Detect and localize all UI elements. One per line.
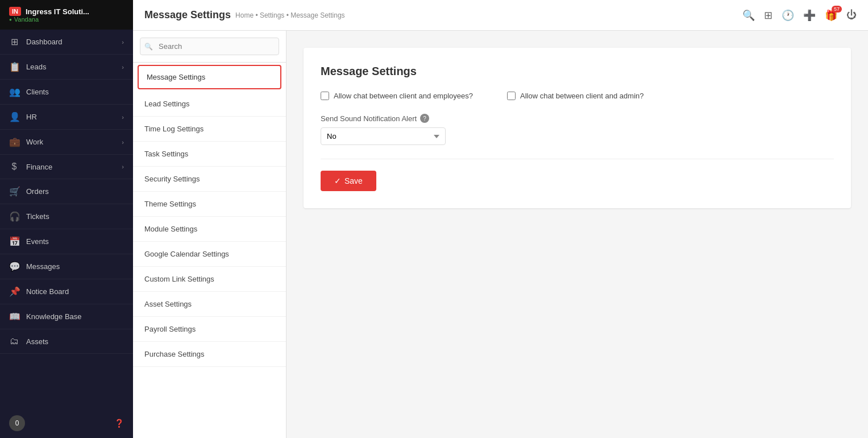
chevron-right-icon: › [122, 163, 124, 170]
sidebar-item-work[interactable]: 💼 Work › [0, 130, 133, 155]
settings-menu-purchase-settings[interactable]: Purchase Settings [133, 342, 286, 367]
sidebar-item-clients[interactable]: 👥 Clients [0, 80, 133, 105]
plus-icon[interactable]: ➕ [803, 9, 816, 22]
header: Message Settings Home • Settings • Messa… [133, 0, 868, 31]
sidebar-item-label-work: Work [26, 138, 43, 146]
sidebar-item-left: ⊞ Dashboard [9, 36, 63, 47]
settings-menu-message-settings[interactable]: Message Settings [138, 65, 281, 89]
checkbox-row: Allow chat between client and employees?… [321, 92, 834, 100]
settings-menu-payroll-settings[interactable]: Payroll Settings [133, 317, 286, 342]
sidebar-item-label-finance: Finance [26, 163, 52, 171]
sidebar-item-finance[interactable]: $ Finance › [0, 155, 133, 179]
assets-icon: 🗂 [9, 336, 19, 346]
settings-menu-task-settings[interactable]: Task Settings [133, 142, 286, 167]
settings-menu-theme-settings[interactable]: Theme Settings [133, 192, 286, 217]
brand-name: Ingress IT Soluti... [26, 7, 89, 16]
content-wrapper: Message SettingsLead SettingsTime Log Se… [133, 31, 868, 438]
dashboard-icon: ⊞ [9, 36, 19, 47]
search-wrap [140, 38, 279, 55]
page-title: Message Settings [144, 9, 231, 21]
help-tooltip-icon[interactable]: ? [420, 114, 429, 123]
brand-logo: IN [9, 7, 21, 16]
checkbox-client-admin[interactable]: Allow chat between client and admin? [507, 92, 644, 100]
settings-menu-security-settings[interactable]: Security Settings [133, 167, 286, 192]
orders-icon: 🛒 [9, 186, 19, 197]
tickets-icon: 🎧 [9, 211, 19, 222]
sidebar-item-label-messages: Messages [26, 262, 60, 271]
finance-icon: $ [9, 162, 19, 172]
clock-icon[interactable]: 🕐 [782, 9, 794, 22]
sidebar-item-left: 📅 Events [9, 236, 49, 247]
settings-menu-custom-link-settings[interactable]: Custom Link Settings [133, 267, 286, 292]
sidebar-item-label-events: Events [26, 237, 49, 246]
search-icon[interactable]: 🔍 [742, 9, 755, 22]
sidebar-item-left: 📋 Leads [9, 61, 46, 72]
sidebar-item-label-tickets: Tickets [26, 212, 49, 221]
sidebar-item-knowledge-base[interactable]: 📖 Knowledge Base [0, 304, 133, 329]
sidebar-item-left: 👥 Clients [9, 86, 49, 97]
settings-search-container [133, 31, 286, 63]
sidebar-item-left: 💬 Messages [9, 261, 60, 272]
header-right: 🔍 ⊞ 🕐 ➕ 🎁 57 ⏻ [742, 9, 857, 22]
settings-menu-google-calendar-settings[interactable]: Google Calendar Settings [133, 242, 286, 267]
sidebar-item-label-notice-board: Notice Board [26, 287, 69, 296]
sidebar-item-leads[interactable]: 📋 Leads › [0, 55, 133, 80]
sidebar-item-messages[interactable]: 💬 Messages [0, 254, 133, 279]
sidebar-item-label-assets: Assets [26, 337, 48, 346]
gift-icon[interactable]: 🎁 57 [825, 9, 837, 22]
sidebar-item-label-hr: HR [26, 113, 37, 121]
settings-menu-lead-settings[interactable]: Lead Settings [133, 92, 286, 117]
checkbox-client-admin-input[interactable] [507, 92, 516, 100]
sidebar-bottom: 0 ❓ [0, 408, 133, 438]
header-left: Message Settings Home • Settings • Messa… [144, 9, 345, 21]
sidebar-item-left: 🗂 Assets [9, 336, 48, 346]
settings-panel: Message Settings Allow chat between clie… [304, 48, 851, 208]
power-icon[interactable]: ⏻ [846, 9, 857, 21]
knowledge-base-icon: 📖 [9, 311, 19, 322]
settings-content: Message Settings Allow chat between clie… [286, 31, 868, 438]
checkbox-client-employees[interactable]: Allow chat between client and employees? [321, 92, 473, 100]
hr-icon: 👤 [9, 111, 19, 122]
settings-menu-asset-settings[interactable]: Asset Settings [133, 292, 286, 317]
sidebar-item-label-dashboard: Dashboard [26, 38, 63, 46]
sidebar-item-left: 🎧 Tickets [9, 211, 49, 222]
sidebar-item-label-knowledge-base: Knowledge Base [26, 312, 82, 321]
sidebar-item-hr[interactable]: 👤 HR › [0, 105, 133, 130]
help-icon[interactable]: ❓ [114, 419, 124, 428]
sidebar-counter: 0 [9, 415, 25, 431]
notice-board-icon: 📌 [9, 286, 19, 297]
sidebar-item-left: 📖 Knowledge Base [9, 311, 82, 322]
sidebar-item-notice-board[interactable]: 📌 Notice Board [0, 279, 133, 304]
settings-menu-module-settings[interactable]: Module Settings [133, 217, 286, 242]
breadcrumb: Home • Settings • Message Settings [235, 11, 345, 19]
sidebar-item-left: 📌 Notice Board [9, 286, 69, 297]
chevron-right-icon: › [122, 114, 124, 121]
messages-icon: 💬 [9, 261, 19, 272]
save-checkmark-icon: ✓ [334, 176, 341, 185]
chevron-right-icon: › [122, 139, 124, 146]
sidebar-item-tickets[interactable]: 🎧 Tickets [0, 204, 133, 229]
chevron-right-icon: › [122, 39, 124, 46]
save-button[interactable]: ✓ Save [321, 171, 376, 191]
grid-icon[interactable]: ⊞ [764, 9, 773, 22]
sidebar-item-orders[interactable]: 🛒 Orders [0, 179, 133, 204]
search-input[interactable] [140, 38, 279, 55]
sidebar-item-dashboard[interactable]: ⊞ Dashboard › [0, 30, 133, 55]
settings-menu-time-log-settings[interactable]: Time Log Settings [133, 117, 286, 142]
save-button-label: Save [344, 176, 363, 185]
checkbox-client-employees-input[interactable] [321, 92, 329, 100]
sidebar-item-left: $ Finance [9, 162, 52, 172]
sidebar-item-left: 👤 HR [9, 111, 37, 122]
settings-panel-title: Message Settings [321, 65, 834, 78]
chevron-right-icon: › [122, 64, 124, 71]
sidebar-item-events[interactable]: 📅 Events [0, 229, 133, 254]
sidebar: IN Ingress IT Soluti... Vandana ⊞ Dashbo… [0, 0, 133, 438]
sound-notification-group: Send Sound Notification Alert ? NoYes [321, 114, 834, 145]
sidebar-item-label-clients: Clients [26, 88, 49, 96]
divider [321, 159, 834, 159]
sidebar-item-label-leads: Leads [26, 63, 46, 71]
events-icon: 📅 [9, 236, 19, 247]
sound-notification-select[interactable]: NoYes [321, 127, 446, 145]
sidebar-item-assets[interactable]: 🗂 Assets [0, 329, 133, 354]
main-area: Message Settings Home • Settings • Messa… [133, 0, 868, 438]
